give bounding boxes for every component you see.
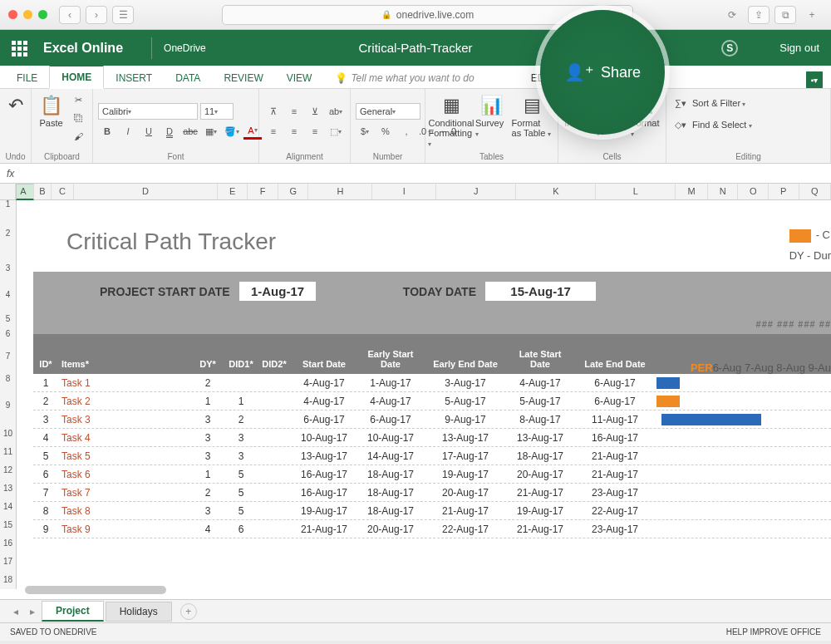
nav-forward-button[interactable]: › <box>86 6 107 24</box>
share-os-icon[interactable]: ⇪ <box>748 6 770 24</box>
window-minimize-icon[interactable] <box>23 10 32 19</box>
sheet-tab-project[interactable]: Project <box>42 601 104 622</box>
tab-home[interactable]: HOME <box>49 65 104 89</box>
col-start-date[interactable]: Start Date <box>291 334 357 374</box>
row-header[interactable]: 3 <box>0 258 17 278</box>
align-middle-icon[interactable]: ≡ <box>285 103 303 120</box>
clear-icon[interactable]: ◇▾ <box>671 116 690 133</box>
accounting-format-icon[interactable]: $ <box>356 123 374 140</box>
format-painter-icon[interactable]: 🖌 <box>69 128 87 145</box>
col-late-end[interactable]: Late End Date <box>573 334 656 374</box>
row-header[interactable]: 5 <box>0 312 17 327</box>
sheet-tab-holidays[interactable]: Holidays <box>106 602 172 622</box>
tab-review[interactable]: REVIEW <box>212 67 274 88</box>
merge-button[interactable]: ⬚ <box>327 123 345 140</box>
nav-back-button[interactable]: ‹ <box>59 6 81 24</box>
document-title[interactable]: Critical-Path-Tracker <box>359 41 473 55</box>
row-header[interactable]: 10 <box>0 425 17 443</box>
col-did2[interactable]: DID2* <box>258 334 291 374</box>
table-row[interactable]: 3Task 3326-Aug-176-Aug-179-Aug-178-Aug-1… <box>33 410 831 429</box>
table-row[interactable]: 5Task 53313-Aug-1714-Aug-1717-Aug-1718-A… <box>33 447 831 465</box>
undo-icon[interactable]: ↶ <box>8 95 23 116</box>
col-header-D[interactable]: D <box>74 184 218 199</box>
col-header-L[interactable]: L <box>596 184 676 199</box>
row-header[interactable]: 6 <box>0 327 17 342</box>
spreadsheet-grid[interactable]: ABCDEFGHIJKLMNOPQ 1234567891011121314151… <box>0 184 831 599</box>
cut-icon[interactable]: ✂ <box>69 91 87 108</box>
skype-icon[interactable]: S <box>721 40 738 57</box>
tabs-icon[interactable]: ⧉ <box>774 6 796 24</box>
row-header[interactable]: 18 <box>0 571 17 589</box>
bold-button[interactable]: B <box>98 123 116 140</box>
col-header-I[interactable]: I <box>372 184 436 199</box>
tab-view[interactable]: VIEW <box>275 67 324 88</box>
col-header-A[interactable]: A <box>16 184 34 200</box>
align-left-icon[interactable]: ≡ <box>264 123 283 140</box>
table-row[interactable]: 2Task 2114-Aug-174-Aug-175-Aug-175-Aug-1… <box>33 392 831 410</box>
add-sheet-button[interactable]: + <box>180 603 197 620</box>
sort-filter-button[interactable]: Sort & Filter <box>692 98 745 108</box>
table-row[interactable]: 8Task 83519-Aug-1718-Aug-1721-Aug-1719-A… <box>33 502 831 520</box>
col-header-G[interactable]: G <box>278 184 309 199</box>
strikethrough-button[interactable]: abc <box>181 123 199 140</box>
row-header[interactable]: 11 <box>0 443 17 461</box>
new-tab-icon[interactable]: + <box>801 6 823 24</box>
table-row[interactable]: 7Task 72516-Aug-1718-Aug-1720-Aug-1721-A… <box>33 484 831 502</box>
table-row[interactable]: 6Task 61516-Aug-1718-Aug-1719-Aug-1720-A… <box>33 465 831 484</box>
table-row[interactable]: 9Task 94621-Aug-1720-Aug-1722-Aug-1721-A… <box>33 520 831 538</box>
row-header[interactable]: 15 <box>0 516 17 534</box>
underline-button[interactable]: U <box>140 123 158 140</box>
col-late-start[interactable]: Late Start Date <box>507 334 573 374</box>
border-button[interactable]: ▦ <box>202 123 220 140</box>
col-header-K[interactable]: K <box>516 184 596 199</box>
col-id[interactable]: ID* <box>33 334 58 374</box>
col-header-H[interactable]: H <box>308 184 372 199</box>
row-header[interactable]: 14 <box>0 498 17 516</box>
formula-bar[interactable]: fx <box>0 164 831 184</box>
tab-insert[interactable]: INSERT <box>104 67 164 88</box>
font-name-select[interactable]: Calibri <box>98 103 198 120</box>
feedback-link[interactable]: HELP IMPROVE OFFICE <box>726 627 821 637</box>
tell-me-search[interactable]: 💡Tell me what you want to do <box>323 67 485 88</box>
sign-out-link[interactable]: Sign out <box>779 42 819 54</box>
window-close-icon[interactable] <box>8 10 17 19</box>
font-size-select[interactable]: 11 <box>200 103 234 120</box>
table-row[interactable]: 4Task 43310-Aug-1710-Aug-1713-Aug-1713-A… <box>33 429 831 447</box>
align-bottom-icon[interactable]: ⊻ <box>306 103 324 120</box>
reload-icon[interactable]: ⟳ <box>721 6 743 24</box>
table-row[interactable]: 1Task 124-Aug-171-Aug-173-Aug-174-Aug-17… <box>33 374 831 392</box>
col-header-Q[interactable]: Q <box>799 184 831 199</box>
today-date-value[interactable]: 15-Aug-17 <box>485 282 596 301</box>
row-header[interactable]: 1 <box>0 200 17 209</box>
align-center-icon[interactable]: ≡ <box>285 123 303 140</box>
italic-button[interactable]: I <box>119 123 137 140</box>
fill-color-button[interactable]: 🪣 <box>223 123 241 140</box>
row-header[interactable]: 12 <box>0 461 17 479</box>
column-headers[interactable]: ABCDEFGHIJKLMNOPQ <box>0 184 831 200</box>
survey-button[interactable]: 📊Survey <box>475 91 509 138</box>
account-icon[interactable]: ▪▾ <box>806 71 823 88</box>
sheet-prev-icon[interactable]: ◂ <box>8 606 23 617</box>
sheet-next-icon[interactable]: ▸ <box>25 606 40 617</box>
row-header[interactable]: 9 <box>0 386 17 425</box>
col-dy[interactable]: DY* <box>191 334 224 374</box>
row-header[interactable]: 8 <box>0 371 17 386</box>
app-launcher-icon[interactable] <box>12 41 27 56</box>
row-header[interactable]: 13 <box>0 479 17 498</box>
tab-file[interactable]: FILE <box>5 67 49 88</box>
comma-format-icon[interactable]: , <box>397 123 416 140</box>
double-underline-button[interactable]: D <box>160 123 179 140</box>
autosum-icon[interactable]: ∑▾ <box>671 95 690 111</box>
row-header[interactable]: 7 <box>0 342 17 371</box>
paste-button[interactable]: 📋Paste <box>37 91 66 128</box>
tab-data[interactable]: DATA <box>164 67 212 88</box>
number-format-select[interactable]: General <box>356 103 420 120</box>
sidebar-toggle-icon[interactable]: ☰ <box>112 6 134 24</box>
row-header[interactable]: 4 <box>0 278 17 312</box>
row-header[interactable]: 16 <box>0 534 17 553</box>
col-did1[interactable]: DID1* <box>224 334 258 374</box>
window-zoom-icon[interactable] <box>38 10 47 19</box>
find-select-button[interactable]: Find & Select <box>692 120 752 130</box>
col-header-C[interactable]: C <box>52 184 74 199</box>
align-top-icon[interactable]: ⊼ <box>264 103 283 120</box>
